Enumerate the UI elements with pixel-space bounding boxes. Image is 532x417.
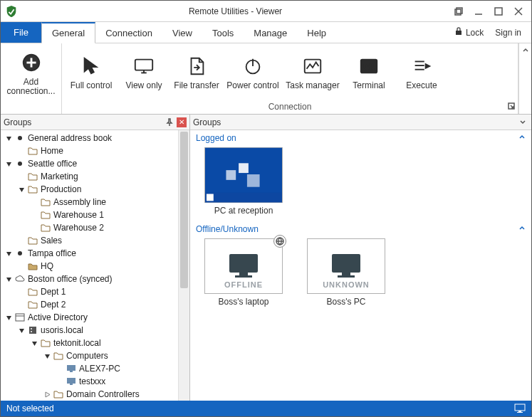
tab-connection[interactable]: Connection — [95, 22, 162, 43]
tree-node-label: usoris.local — [41, 325, 83, 335]
ribbon-file-transfer-button[interactable]: File transfer — [170, 51, 223, 93]
tree-node[interactable]: Production — [1, 183, 178, 196]
tree-node[interactable]: Home — [1, 144, 178, 157]
ribbon-power-control-button[interactable]: Power control — [223, 51, 283, 93]
svg-rect-31 — [70, 371, 73, 372]
monitor-icon — [329, 251, 363, 282]
tree-node[interactable]: Marketing — [1, 170, 178, 183]
tree-toggle-icon[interactable] — [5, 134, 13, 142]
tree-node[interactable]: Assembly line — [1, 196, 178, 208]
tree-toggle-icon[interactable] — [5, 314, 13, 322]
section-offline[interactable]: Offline/Unknown — [190, 221, 531, 236]
ribbon-expand-icon[interactable] — [508, 102, 515, 112]
svg-text:C:\: C:\ — [364, 62, 375, 70]
ribbon-collapse-icon[interactable] — [522, 46, 529, 56]
remote-pc-card-unknown[interactable]: UNKNOWN Boss's PC — [300, 238, 392, 307]
tree-node[interactable]: ALEX7-PC — [1, 362, 178, 375]
add-connection-button[interactable]: Addconnection... — [4, 48, 58, 99]
globe-badge-icon — [273, 235, 286, 248]
section-offline-title: Offline/Unknown — [196, 224, 518, 234]
folder-open-icon — [27, 261, 38, 271]
tree-node[interactable]: Tampa office — [1, 247, 178, 260]
app-icon — [5, 5, 18, 18]
status-bar: Not selected — [1, 401, 531, 416]
groups-tree[interactable]: General address bookHomeSeattle officeMa… — [1, 130, 189, 401]
main-area: Groups ✕ General address bookHomeSeattle… — [1, 115, 531, 401]
pin-icon[interactable] — [164, 117, 175, 128]
tree-node[interactable]: General address book — [1, 132, 178, 144]
tree-toggle-icon[interactable] — [5, 250, 13, 258]
tree-node[interactable]: Seattle office — [1, 157, 178, 170]
content-collapse-icon[interactable] — [517, 117, 528, 128]
sign-in-button[interactable]: Sign in — [491, 28, 526, 38]
add-label-2: connection... — [6, 86, 55, 96]
window-close-button[interactable] — [508, 4, 528, 19]
tree-scrollbar[interactable] — [178, 130, 189, 401]
tree-node-label: Tampa office — [28, 248, 76, 258]
window-title: Remote Utilities - Viewer — [22, 6, 449, 16]
tree-node[interactable]: Warehouse 1 — [1, 208, 178, 221]
ribbon-item-label: File transfer — [174, 81, 219, 90]
tree-node[interactable]: Dept 2 — [1, 298, 178, 311]
section-logged-on-title: Logged on — [196, 133, 518, 143]
folder-icon — [27, 236, 38, 246]
pc-icon — [66, 364, 77, 374]
tab-help[interactable]: Help — [297, 22, 336, 43]
tab-view[interactable]: View — [162, 22, 202, 43]
ribbon-task-manager-button[interactable]: Task manager — [283, 51, 343, 93]
tree-node[interactable]: Warehouse 2 — [1, 221, 178, 234]
svg-rect-25 — [16, 314, 24, 321]
tree-toggle-icon[interactable] — [43, 391, 51, 398]
section-logged-on[interactable]: Logged on — [190, 130, 531, 144]
close-pane-icon[interactable]: ✕ — [177, 117, 187, 127]
tree-node[interactable]: Boston office (synced) — [1, 273, 178, 285]
lock-button[interactable]: Lock — [450, 27, 488, 38]
tab-manage[interactable]: Manage — [244, 22, 297, 43]
content-pane: Groups Logged on PC at reception Offline… — [190, 115, 531, 401]
status-offline-label: OFFLINE — [205, 280, 282, 289]
tree-toggle-icon[interactable] — [18, 327, 26, 334]
svg-rect-38 — [247, 174, 260, 187]
ribbon-terminal-button[interactable]: C:\Terminal — [343, 51, 395, 93]
tree-toggle-icon[interactable] — [43, 352, 51, 360]
tree-node-label: Seattle office — [28, 159, 77, 169]
svg-rect-6 — [456, 31, 461, 35]
tab-tools[interactable]: Tools — [202, 22, 244, 43]
remote-pc-card-offline[interactable]: OFFLINE Boss's laptop — [197, 238, 290, 307]
ribbon-execute-button[interactable]: Execute — [395, 51, 448, 93]
svg-rect-46 — [338, 275, 355, 278]
tree-node[interactable]: Computers — [1, 349, 178, 362]
file-menu[interactable]: File — [1, 22, 41, 43]
unknown-thumbnail: UNKNOWN — [307, 238, 385, 294]
svg-rect-36 — [239, 163, 249, 173]
server-icon — [27, 325, 38, 335]
svg-point-28 — [31, 328, 32, 329]
window-minimize-button[interactable] — [469, 4, 489, 19]
tree-node[interactable]: Dept 1 — [1, 285, 178, 298]
window-maximize-button[interactable] — [489, 4, 508, 19]
tree-toggle-icon[interactable] — [5, 275, 13, 283]
folder-icon — [53, 389, 64, 399]
tree-node[interactable]: Active Directory — [1, 311, 178, 324]
svg-rect-0 — [455, 9, 461, 15]
tree-node[interactable]: usoris.local — [1, 324, 178, 337]
folder-icon — [27, 171, 38, 181]
execute-icon — [411, 54, 432, 78]
tree-node[interactable]: Sales — [1, 234, 178, 247]
tree-node[interactable]: Domain Controllers — [1, 388, 178, 401]
groups-pane-title: Groups — [4, 117, 162, 127]
svg-rect-33 — [70, 384, 73, 385]
remote-pc-card[interactable]: PC at reception — [197, 147, 290, 216]
tree-node[interactable]: HQ — [1, 260, 178, 273]
window-restore-extra-icon[interactable] — [449, 4, 469, 19]
ribbon-view-only-button[interactable]: View only — [118, 51, 170, 93]
tab-general[interactable]: General — [41, 22, 95, 43]
tree-node[interactable]: testxxx — [1, 375, 178, 388]
tree-node[interactable]: tektonit.local — [1, 337, 178, 349]
ribbon-full-control-button[interactable]: Full control — [65, 51, 118, 93]
tree-toggle-icon[interactable] — [18, 186, 26, 194]
svg-rect-32 — [67, 378, 75, 384]
tree-toggle-icon[interactable] — [31, 339, 38, 347]
tree-toggle-icon[interactable] — [5, 160, 13, 168]
unknown-pc-label: Boss's PC — [327, 297, 366, 307]
